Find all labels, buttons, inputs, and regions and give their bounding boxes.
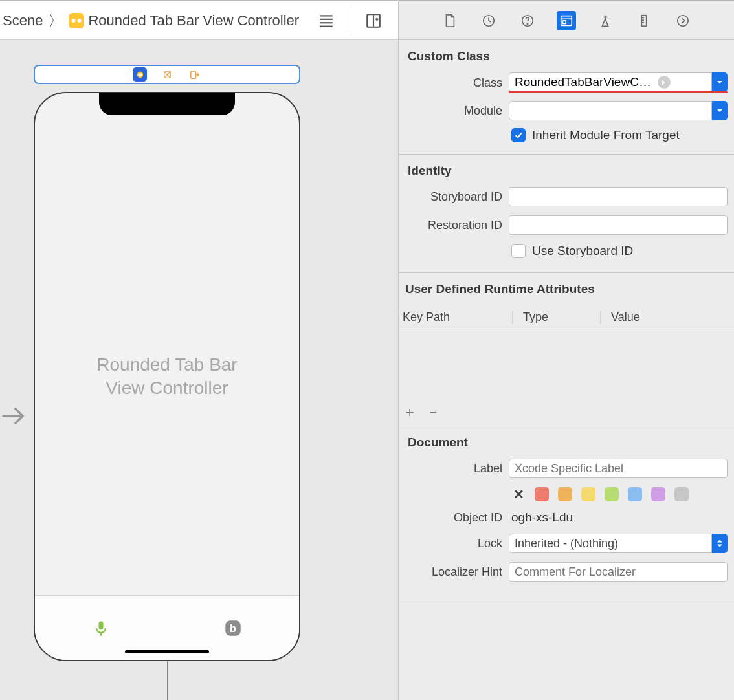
restoration-id-field[interactable] [509,215,728,235]
doc-label-field[interactable] [509,459,728,478]
svg-rect-12 [138,73,142,76]
color-swatch-orange[interactable] [558,487,572,501]
canvas-pane: Scene 〉 Rounded Tab Bar View Controller [0,0,398,700]
file-inspector-tab[interactable] [440,11,460,30]
module-dropdown-button[interactable] [712,101,728,120]
class-highlight-underline [509,91,728,93]
storyboard-canvas[interactable]: Rounded Tab Bar View Controller b [0,40,398,700]
svg-rect-24 [563,21,566,24]
class-label: Class [405,76,502,90]
tab-item-b[interactable]: b [167,619,299,637]
color-swatch-gray[interactable] [674,487,689,501]
phone-placeholder-line2: View Controller [61,377,272,400]
initial-scene-arrow-icon[interactable] [0,402,27,432]
udra-section: User Defined Runtime Attributes Key Path… [399,273,734,426]
object-id-label: Object ID [405,511,502,525]
svg-point-1 [78,19,82,23]
svg-rect-15 [99,621,104,629]
object-id-value: ogh-xs-Ldu [509,510,573,525]
breadcrumb-actions [315,9,395,32]
identity-section: Identity Storyboard ID Restoration ID Us… [399,155,734,273]
device-preview[interactable]: Rounded Tab Bar View Controller b [34,92,300,661]
color-swatch-none[interactable]: ✕ [511,487,526,501]
inspector-pane: Custom Class Class RoundedTabBarViewC… [398,0,734,700]
custom-class-title: Custom Class [405,49,728,63]
lock-select-stepper[interactable] [712,534,728,553]
svg-text:b: b [230,622,236,633]
color-swatch-blue[interactable] [628,487,642,501]
document-section: Document Label ✕ Object ID ogh-xs-Ldu Lo… [399,426,734,604]
breadcrumb-item-label: Rounded Tab Bar View Controller [88,12,299,29]
segue-connector [167,661,168,700]
scene-container: Rounded Tab Bar View Controller b [34,65,300,661]
storyboard-id-field[interactable] [509,187,728,206]
color-swatch-yellow[interactable] [581,487,595,501]
class-jump-icon[interactable] [658,76,671,89]
udra-controls: ＋ － [399,401,734,426]
home-indicator [125,650,209,653]
inherit-module-label: Inherit Module From Target [532,128,680,142]
identity-title: Identity [405,164,728,178]
doc-label-label: Label [405,462,502,476]
size-inspector-tab[interactable] [634,11,654,30]
color-swatch-red[interactable] [535,487,549,501]
connections-inspector-tab[interactable] [673,11,693,30]
scene-header[interactable] [34,65,300,84]
breadcrumb-viewcontroller[interactable]: Rounded Tab Bar View Controller [69,12,299,29]
lock-select[interactable]: Inherited - (Nothing) [509,534,712,553]
lock-label: Lock [405,537,502,551]
class-field-value: RoundedTabBarViewC… [515,75,651,89]
udra-add-button[interactable]: ＋ [403,405,417,419]
udra-table-body[interactable] [399,331,734,401]
breadcrumb-chevron-icon: 〉 [48,10,63,31]
device-notch [99,92,235,115]
module-label: Module [405,104,502,118]
module-field[interactable] [509,101,712,120]
scene-exit-icon[interactable] [187,67,201,82]
localizer-label: Localizer Hint [405,565,502,579]
color-swatch-green[interactable] [605,487,619,501]
viewcontroller-icon [69,13,84,28]
udra-table-header: Key Path Type Value [399,305,734,331]
class-field[interactable]: RoundedTabBarViewC… [509,72,712,92]
udra-remove-button[interactable]: － [426,405,440,419]
phone-placeholder: Rounded Tab Bar View Controller [61,353,272,400]
udra-col-type[interactable]: Type [523,311,601,324]
history-inspector-tab[interactable] [479,11,498,30]
add-editor-button[interactable] [362,9,385,32]
label-color-swatches: ✕ [405,487,728,501]
restoration-id-label: Restoration ID [405,219,502,232]
color-swatch-purple[interactable] [651,487,665,501]
svg-rect-13 [190,71,195,78]
tab-item-mic[interactable] [35,619,167,637]
localizer-hint-field[interactable] [509,562,728,582]
custom-class-section: Custom Class Class RoundedTabBarViewC… [399,40,734,155]
breadcrumb-bar: Scene 〉 Rounded Tab Bar View Controller [0,0,398,40]
document-title: Document [405,435,728,450]
svg-point-0 [72,19,76,23]
svg-point-21 [527,23,528,23]
inspector-toolbar [399,0,734,40]
lock-select-value: Inherited - (Nothing) [515,537,618,551]
help-inspector-tab[interactable] [518,11,537,30]
toolbar-divider [350,9,350,32]
svg-rect-25 [641,15,646,26]
scene-first-responder-icon[interactable] [160,67,174,82]
svg-point-29 [678,15,689,26]
udra-col-keypath[interactable]: Key Path [403,311,513,324]
identity-inspector-tab[interactable] [557,11,576,30]
class-dropdown-button[interactable] [712,72,728,92]
use-storyboard-id-label: Use Storyboard ID [532,244,633,258]
udra-col-value[interactable]: Value [611,311,653,324]
breadcrumb-scene[interactable]: Scene [3,12,43,29]
attributes-inspector-tab[interactable] [595,11,615,30]
use-storyboard-id-checkbox[interactable] [511,244,526,258]
udra-title: User Defined Runtime Attributes [399,282,734,296]
scene-viewcontroller-icon[interactable] [133,67,147,82]
outline-view-button[interactable] [315,9,338,32]
breadcrumb-scene-label: Scene [3,12,43,29]
storyboard-id-label: Storyboard ID [405,190,502,204]
phone-placeholder-line1: Rounded Tab Bar [61,353,272,377]
inherit-module-checkbox[interactable] [511,128,526,142]
